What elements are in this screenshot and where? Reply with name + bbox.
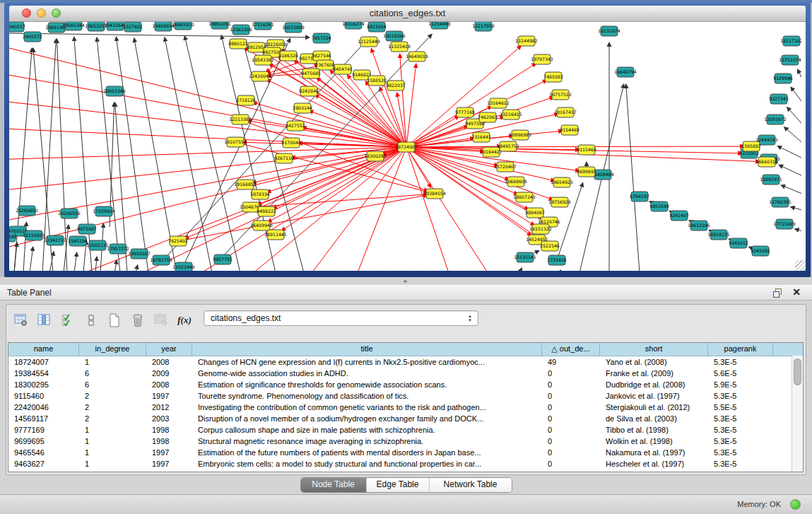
- graph-node[interactable]: 18107554: [224, 137, 247, 147]
- graph-node[interactable]: 8822037: [386, 81, 406, 90]
- graph-node[interactable]: 13216415: [500, 110, 522, 119]
- delete-column-icon[interactable]: [130, 313, 146, 328]
- graph-node[interactable]: 17715089: [773, 219, 796, 229]
- graph-node[interactable]: 12213383: [229, 115, 252, 124]
- graph-node[interactable]: 12505135: [86, 240, 109, 250]
- graph-node[interactable]: 9267110: [274, 153, 294, 163]
- tab-network-table[interactable]: Network Table: [429, 478, 512, 492]
- table-cell[interactable]: 0: [542, 424, 600, 436]
- graph-node[interactable]: 19861091: [208, 22, 231, 29]
- graph-node[interactable]: 8454743: [333, 64, 353, 74]
- graph-node[interactable]: 20053346: [103, 86, 126, 96]
- graph-node[interactable]: 1588520: [367, 76, 387, 86]
- graph-node[interactable]: 12217938: [472, 22, 495, 31]
- table-cell[interactable]: Changes of HCN gene expression and I(f) …: [192, 356, 542, 368]
- column-header-year[interactable]: year: [146, 343, 192, 356]
- network-canvas[interactable]: 1872400720405572405572206914061956534410…: [9, 22, 806, 271]
- table-cell[interactable]: 1997: [146, 458, 192, 469]
- table-cell[interactable]: 6: [79, 379, 146, 390]
- table-row[interactable]: 911546021997Tourette syndrome. Phenomeno…: [8, 390, 803, 402]
- table-cell[interactable]: 2003: [146, 413, 192, 424]
- table-row[interactable]: 1830029562008Estimation of significance …: [8, 379, 803, 390]
- table-settings-icon[interactable]: [13, 313, 29, 328]
- column-header-name[interactable]: name: [8, 343, 79, 356]
- table-cell[interactable]: 1: [79, 424, 146, 436]
- graph-node[interactable]: 11156829: [23, 230, 45, 240]
- graph-node[interactable]: 25260650: [16, 206, 38, 216]
- row-mode-icon[interactable]: [83, 313, 99, 328]
- table-cell[interactable]: Corpus callosum shape and size in male p…: [192, 424, 542, 436]
- table-cell[interactable]: 1: [79, 447, 146, 458]
- graph-node[interactable]: 10996993: [509, 130, 531, 140]
- graph-node[interactable]: 11544982: [515, 36, 538, 46]
- graph-node[interactable]: 9777169: [455, 107, 475, 117]
- function-builder-icon[interactable]: f(x): [177, 313, 192, 328]
- table-cell[interactable]: 9463627: [8, 458, 79, 469]
- graph-node[interactable]: 9245092: [751, 246, 770, 256]
- graph-node[interactable]: 9975887: [77, 224, 97, 234]
- graph-node[interactable]: 19565344: [62, 22, 85, 30]
- graph-node[interactable]: 18807243: [513, 192, 536, 202]
- graph-node[interactable]: 16782759: [150, 255, 172, 265]
- network-graph[interactable]: 1872400720405572405572206914061956534410…: [9, 22, 801, 271]
- graph-node[interactable]: 2803144: [293, 103, 312, 113]
- graph-node[interactable]: 9498222: [257, 206, 276, 216]
- graph-node[interactable]: 16648794: [614, 67, 637, 77]
- graph-node[interactable]: 16911445: [264, 230, 287, 240]
- graph-node[interactable]: 17516261: [252, 22, 274, 30]
- table-cell[interactable]: 2008: [146, 356, 192, 368]
- graph-node[interactable]: 8186328: [278, 51, 298, 61]
- graph-node[interactable]: 15720407: [494, 162, 517, 172]
- graph-node[interactable]: 12342737: [44, 235, 66, 245]
- column-header-title[interactable]: title: [192, 343, 542, 356]
- graph-node[interactable]: 12923448: [172, 262, 195, 271]
- table-cell[interactable]: 9699695: [8, 436, 79, 447]
- table-cell[interactable]: Genome-wide association studies in ADHD.: [192, 368, 542, 379]
- graph-node[interactable]: 9475685: [301, 69, 321, 78]
- select-attributes-icon[interactable]: [60, 313, 76, 328]
- table-cell[interactable]: 1997: [146, 447, 192, 458]
- table-cell[interactable]: 9777169: [8, 424, 79, 436]
- graph-node[interactable]: 19166852: [234, 180, 257, 189]
- float-panel-icon[interactable]: [772, 288, 782, 298]
- table-cell[interactable]: Dudbridge et al. (2008): [600, 379, 708, 390]
- graph-node[interactable]: 8427552: [286, 121, 305, 131]
- maximize-window-icon[interactable]: [52, 8, 61, 18]
- table-cell[interactable]: 18300295: [8, 379, 79, 390]
- tab-edge-table[interactable]: Edge Table: [366, 478, 429, 492]
- graph-node[interactable]: 9115460: [577, 145, 596, 155]
- graph-node[interactable]: 9853549: [649, 201, 669, 211]
- graph-node[interactable]: 15135141: [514, 252, 536, 262]
- graph-node[interactable]: 13164612: [487, 98, 510, 108]
- graph-node[interactable]: 16649019: [406, 52, 428, 62]
- table-cell[interactable]: 18724007: [8, 356, 79, 368]
- table-cell[interactable]: Hescheler et al. (1997): [600, 458, 708, 469]
- graph-node[interactable]: 8860123: [228, 39, 248, 49]
- table-cell[interactable]: de Silva et al. (2003): [600, 413, 708, 424]
- table-row[interactable]: 946554611997Estimation of the future num…: [8, 447, 803, 458]
- table-cell[interactable]: 2008: [146, 379, 192, 390]
- column-header-in_degree[interactable]: in_degree: [79, 343, 146, 356]
- graph-node[interactable]: 11254498: [428, 22, 451, 29]
- table-cell[interactable]: Tourette syndrome. Phenomenology and cla…: [192, 390, 542, 402]
- graph-node[interactable]: 7857224: [312, 33, 331, 43]
- table-selector-combo[interactable]: citations_edges.txt ▲▼: [204, 310, 478, 326]
- graph-node[interactable]: 2040557: [9, 22, 25, 32]
- table-cell[interactable]: 5.3E-5: [708, 447, 773, 458]
- table-row[interactable]: 969969511998Structural magnetic resonanc…: [8, 436, 803, 447]
- graph-node[interactable]: 16660316: [755, 157, 778, 167]
- table-cell[interactable]: 1998: [146, 424, 192, 436]
- table-row[interactable]: 1872400712008Changes of HCN gene express…: [8, 356, 803, 368]
- graph-node[interactable]: 9241407: [669, 211, 689, 221]
- graph-node[interactable]: 18495752: [497, 141, 519, 151]
- table-cell[interactable]: 0: [542, 368, 600, 379]
- table-cell[interactable]: 2009: [146, 368, 192, 379]
- graph-node[interactable]: 9884067: [525, 208, 545, 218]
- table-cell[interactable]: Franke et al. (2009): [600, 368, 708, 379]
- table-cell[interactable]: 1997: [146, 390, 192, 402]
- graph-node[interactable]: 9129946: [773, 74, 793, 83]
- graph-node[interactable]: 10688609: [505, 177, 527, 187]
- graph-node[interactable]: 12093872: [764, 115, 787, 124]
- table-cell[interactable]: 1: [79, 356, 146, 368]
- graph-node[interactable]: 18724007: [395, 142, 418, 152]
